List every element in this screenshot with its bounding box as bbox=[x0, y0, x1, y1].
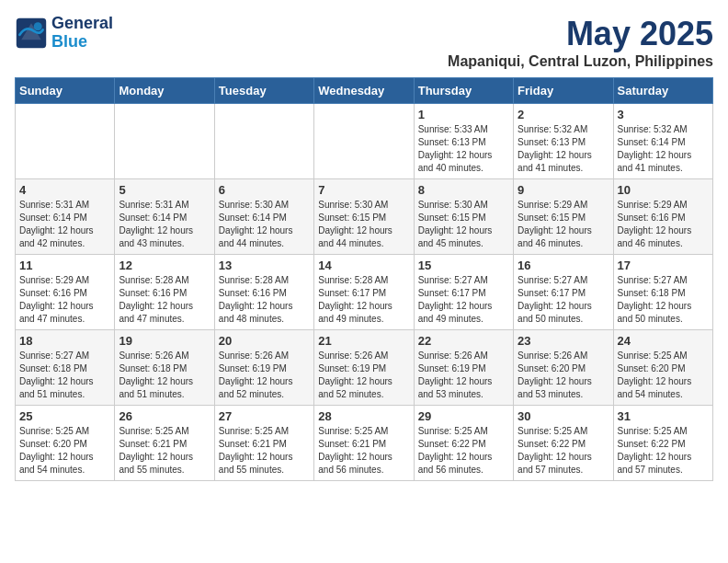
day-number: 18 bbox=[19, 334, 110, 348]
day-number: 11 bbox=[19, 259, 110, 272]
day-info: Sunrise: 5:30 AM Sunset: 6:15 PM Dayligh… bbox=[418, 199, 509, 250]
month-title: May 2025 bbox=[448, 15, 713, 53]
day-number: 6 bbox=[219, 183, 310, 197]
svg-point-2 bbox=[34, 22, 42, 30]
calendar-cell: 9Sunrise: 5:29 AM Sunset: 6:15 PM Daylig… bbox=[514, 179, 613, 255]
calendar-cell: 14Sunrise: 5:28 AM Sunset: 6:17 PM Dayli… bbox=[314, 255, 414, 330]
day-number: 26 bbox=[119, 409, 210, 423]
day-number: 20 bbox=[219, 334, 310, 348]
day-number: 24 bbox=[618, 334, 709, 348]
calendar-week-row: 11Sunrise: 5:29 AM Sunset: 6:16 PM Dayli… bbox=[16, 255, 713, 330]
logo-text: General Blue bbox=[51, 15, 113, 52]
calendar-cell: 3Sunrise: 5:32 AM Sunset: 6:14 PM Daylig… bbox=[613, 104, 712, 179]
weekday-header-tuesday: Tuesday bbox=[214, 78, 313, 104]
weekday-header-saturday: Saturday bbox=[613, 78, 712, 104]
day-info: Sunrise: 5:25 AM Sunset: 6:21 PM Dayligh… bbox=[119, 425, 210, 477]
day-info: Sunrise: 5:27 AM Sunset: 6:18 PM Dayligh… bbox=[19, 350, 110, 401]
day-info: Sunrise: 5:30 AM Sunset: 6:14 PM Dayligh… bbox=[219, 199, 310, 250]
weekday-header-wednesday: Wednesday bbox=[314, 78, 414, 104]
day-info: Sunrise: 5:27 AM Sunset: 6:17 PM Dayligh… bbox=[518, 274, 609, 326]
weekday-header-monday: Monday bbox=[115, 78, 214, 104]
day-number: 30 bbox=[518, 409, 609, 423]
calendar-cell: 29Sunrise: 5:25 AM Sunset: 6:22 PM Dayli… bbox=[414, 406, 513, 481]
day-number: 14 bbox=[318, 259, 409, 272]
calendar-cell: 11Sunrise: 5:29 AM Sunset: 6:16 PM Dayli… bbox=[16, 255, 115, 330]
day-number: 16 bbox=[518, 259, 609, 272]
day-number: 27 bbox=[219, 409, 310, 423]
day-info: Sunrise: 5:31 AM Sunset: 6:14 PM Dayligh… bbox=[119, 199, 210, 250]
calendar-cell: 15Sunrise: 5:27 AM Sunset: 6:17 PM Dayli… bbox=[414, 255, 513, 330]
day-number: 25 bbox=[19, 409, 110, 423]
calendar-cell: 2Sunrise: 5:32 AM Sunset: 6:13 PM Daylig… bbox=[514, 104, 613, 179]
calendar-cell: 13Sunrise: 5:28 AM Sunset: 6:16 PM Dayli… bbox=[214, 255, 313, 330]
calendar-cell: 25Sunrise: 5:25 AM Sunset: 6:20 PM Dayli… bbox=[16, 406, 115, 481]
day-number: 3 bbox=[618, 108, 709, 121]
calendar-cell: 22Sunrise: 5:26 AM Sunset: 6:19 PM Dayli… bbox=[414, 330, 513, 406]
day-info: Sunrise: 5:27 AM Sunset: 6:18 PM Dayligh… bbox=[618, 274, 709, 326]
calendar-cell: 10Sunrise: 5:29 AM Sunset: 6:16 PM Dayli… bbox=[613, 179, 712, 255]
calendar-cell: 26Sunrise: 5:25 AM Sunset: 6:21 PM Dayli… bbox=[115, 406, 214, 481]
calendar-week-row: 18Sunrise: 5:27 AM Sunset: 6:18 PM Dayli… bbox=[16, 330, 713, 406]
day-info: Sunrise: 5:25 AM Sunset: 6:22 PM Dayligh… bbox=[618, 425, 709, 477]
day-info: Sunrise: 5:28 AM Sunset: 6:17 PM Dayligh… bbox=[318, 274, 409, 326]
calendar-cell: 31Sunrise: 5:25 AM Sunset: 6:22 PM Dayli… bbox=[613, 406, 712, 481]
calendar-cell: 28Sunrise: 5:25 AM Sunset: 6:21 PM Dayli… bbox=[314, 406, 414, 481]
calendar-cell bbox=[16, 104, 115, 179]
day-number: 5 bbox=[119, 183, 210, 197]
day-number: 9 bbox=[518, 183, 609, 197]
calendar-cell: 17Sunrise: 5:27 AM Sunset: 6:18 PM Dayli… bbox=[613, 255, 712, 330]
logo: General Blue bbox=[15, 15, 113, 52]
calendar-cell: 27Sunrise: 5:25 AM Sunset: 6:21 PM Dayli… bbox=[214, 406, 313, 481]
day-number: 17 bbox=[618, 259, 709, 272]
day-info: Sunrise: 5:33 AM Sunset: 6:13 PM Dayligh… bbox=[418, 123, 509, 175]
day-number: 12 bbox=[119, 259, 210, 272]
day-number: 22 bbox=[418, 334, 509, 348]
day-info: Sunrise: 5:26 AM Sunset: 6:19 PM Dayligh… bbox=[219, 350, 310, 401]
calendar-cell: 6Sunrise: 5:30 AM Sunset: 6:14 PM Daylig… bbox=[214, 179, 313, 255]
weekday-header-friday: Friday bbox=[514, 78, 613, 104]
day-info: Sunrise: 5:25 AM Sunset: 6:21 PM Dayligh… bbox=[219, 425, 310, 477]
day-info: Sunrise: 5:26 AM Sunset: 6:18 PM Dayligh… bbox=[119, 350, 210, 401]
calendar-cell: 19Sunrise: 5:26 AM Sunset: 6:18 PM Dayli… bbox=[115, 330, 214, 406]
day-info: Sunrise: 5:26 AM Sunset: 6:20 PM Dayligh… bbox=[518, 350, 609, 401]
day-info: Sunrise: 5:31 AM Sunset: 6:14 PM Dayligh… bbox=[19, 199, 110, 250]
calendar-cell: 12Sunrise: 5:28 AM Sunset: 6:16 PM Dayli… bbox=[115, 255, 214, 330]
day-info: Sunrise: 5:25 AM Sunset: 6:20 PM Dayligh… bbox=[19, 425, 110, 477]
day-info: Sunrise: 5:32 AM Sunset: 6:14 PM Dayligh… bbox=[618, 123, 709, 175]
calendar-week-row: 25Sunrise: 5:25 AM Sunset: 6:20 PM Dayli… bbox=[16, 406, 713, 481]
calendar-cell bbox=[314, 104, 414, 179]
day-info: Sunrise: 5:28 AM Sunset: 6:16 PM Dayligh… bbox=[119, 274, 210, 326]
weekday-header-thursday: Thursday bbox=[414, 78, 513, 104]
day-info: Sunrise: 5:25 AM Sunset: 6:22 PM Dayligh… bbox=[518, 425, 609, 477]
day-number: 2 bbox=[518, 108, 609, 121]
day-number: 4 bbox=[19, 183, 110, 197]
weekday-header-row: SundayMondayTuesdayWednesdayThursdayFrid… bbox=[16, 78, 713, 104]
calendar-cell: 8Sunrise: 5:30 AM Sunset: 6:15 PM Daylig… bbox=[414, 179, 513, 255]
calendar-cell bbox=[214, 104, 313, 179]
calendar-cell: 24Sunrise: 5:25 AM Sunset: 6:20 PM Dayli… bbox=[613, 330, 712, 406]
day-number: 13 bbox=[219, 259, 310, 272]
day-number: 15 bbox=[418, 259, 509, 272]
calendar-cell: 30Sunrise: 5:25 AM Sunset: 6:22 PM Dayli… bbox=[514, 406, 613, 481]
day-number: 19 bbox=[119, 334, 210, 348]
day-info: Sunrise: 5:29 AM Sunset: 6:15 PM Dayligh… bbox=[518, 199, 609, 250]
day-info: Sunrise: 5:25 AM Sunset: 6:21 PM Dayligh… bbox=[318, 425, 409, 477]
day-info: Sunrise: 5:30 AM Sunset: 6:15 PM Dayligh… bbox=[318, 199, 409, 250]
day-info: Sunrise: 5:29 AM Sunset: 6:16 PM Dayligh… bbox=[618, 199, 709, 250]
day-number: 1 bbox=[418, 108, 509, 121]
calendar-cell: 21Sunrise: 5:26 AM Sunset: 6:19 PM Dayli… bbox=[314, 330, 414, 406]
day-number: 23 bbox=[518, 334, 609, 348]
calendar-cell: 16Sunrise: 5:27 AM Sunset: 6:17 PM Dayli… bbox=[514, 255, 613, 330]
day-number: 31 bbox=[618, 409, 709, 423]
day-info: Sunrise: 5:25 AM Sunset: 6:20 PM Dayligh… bbox=[618, 350, 709, 401]
calendar-cell: 4Sunrise: 5:31 AM Sunset: 6:14 PM Daylig… bbox=[16, 179, 115, 255]
day-info: Sunrise: 5:27 AM Sunset: 6:17 PM Dayligh… bbox=[418, 274, 509, 326]
calendar-cell bbox=[115, 104, 214, 179]
calendar-week-row: 4Sunrise: 5:31 AM Sunset: 6:14 PM Daylig… bbox=[16, 179, 713, 255]
day-number: 7 bbox=[318, 183, 409, 197]
day-info: Sunrise: 5:32 AM Sunset: 6:13 PM Dayligh… bbox=[518, 123, 609, 175]
day-number: 8 bbox=[418, 183, 509, 197]
location-title: Mapaniqui, Central Luzon, Philippines bbox=[448, 53, 713, 70]
calendar-cell: 5Sunrise: 5:31 AM Sunset: 6:14 PM Daylig… bbox=[115, 179, 214, 255]
day-info: Sunrise: 5:25 AM Sunset: 6:22 PM Dayligh… bbox=[418, 425, 509, 477]
